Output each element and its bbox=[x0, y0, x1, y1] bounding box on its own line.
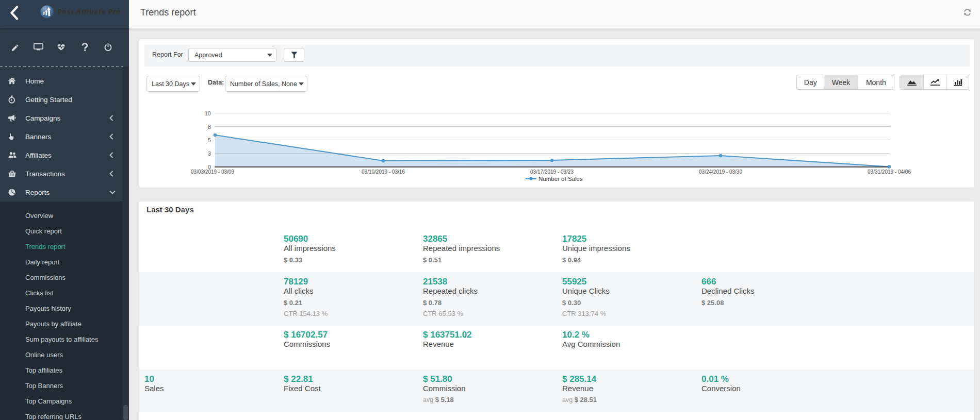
svg-text:8: 8 bbox=[208, 124, 211, 130]
svg-text:03/03/2019 - 03/09: 03/03/2019 - 03/09 bbox=[191, 169, 234, 175]
svg-text:03/31/2019 - 04/06: 03/31/2019 - 04/06 bbox=[868, 169, 911, 175]
svg-text:10: 10 bbox=[205, 110, 211, 116]
svg-text:Number of Sales: Number of Sales bbox=[538, 176, 583, 182]
svg-text:03/24/2019 - 03/30: 03/24/2019 - 03/30 bbox=[699, 169, 742, 175]
svg-text:3: 3 bbox=[208, 150, 211, 157]
svg-text:03/17/2019 - 03/23: 03/17/2019 - 03/23 bbox=[530, 169, 574, 175]
svg-text:5: 5 bbox=[208, 137, 211, 143]
svg-text:03/10/2019 - 03/16: 03/10/2019 - 03/16 bbox=[362, 169, 405, 175]
